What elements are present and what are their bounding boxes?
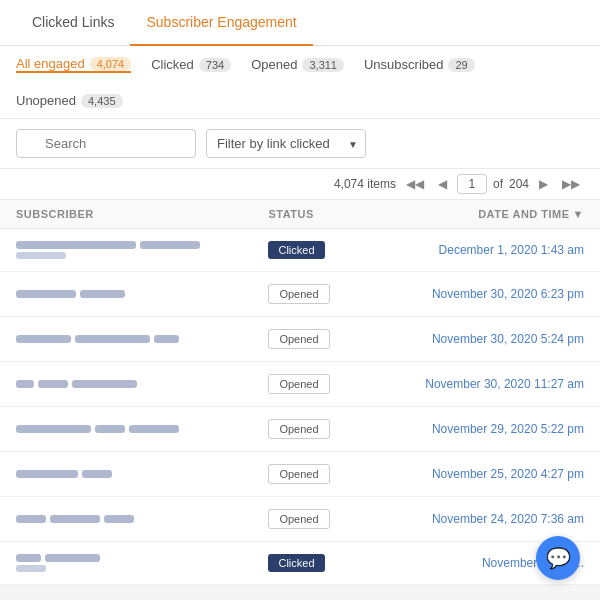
subscriber-name-blur [95,425,125,433]
subscriber-name-blur [16,380,34,388]
col-date-header: DATE AND TIME ▼ [395,208,584,220]
col-subscriber-header: SUBSCRIBER [16,208,268,220]
filter-select[interactable]: Filter by link clicked [206,129,366,158]
subscriber-name-blur [16,241,136,249]
subscriber-name-blur [16,290,76,298]
items-count: 4,074 items [334,177,396,191]
table-row: OpenedNovember 30, 2020 5:24 pm [0,317,600,362]
date-cell: November 29, 2020 5:22 pm [395,422,584,436]
subscriber-cell [16,425,268,433]
stat-unopened[interactable]: Unopened 4,435 [16,93,123,108]
subscriber-name-blur [82,470,112,478]
chat-icon: 💬 [546,546,571,570]
subscriber-cell [16,380,268,388]
status-cell: Opened [268,329,394,349]
date-cell: November 24, 2020 7:36 am [395,512,584,526]
status-cell: Opened [268,419,394,439]
subscriber-cell [16,335,268,343]
status-badge: Opened [268,419,329,439]
tab-subscriber-engagement[interactable]: Subscriber Engagement [130,0,312,46]
subscriber-name-blur [16,425,91,433]
table-row: OpenedNovember 30, 2020 11:27 am [0,362,600,407]
subscriber-name-blur [75,335,150,343]
status-badge: Clicked [268,554,324,572]
stat-unsubscribed[interactable]: Unsubscribed 29 [364,57,475,72]
tab-bar: Clicked Links Subscriber Engagement [0,0,600,46]
stat-opened[interactable]: Opened 3,311 [251,57,344,72]
status-cell: Opened [268,464,394,484]
table-header: SUBSCRIBER STATUS DATE AND TIME ▼ [0,200,600,229]
status-cell: Opened [268,509,394,529]
subscriber-name-blur [16,515,46,523]
subscriber-cell [16,241,268,259]
status-cell: Clicked [268,241,394,259]
status-cell: Opened [268,284,394,304]
search-wrapper: 🔍 [16,129,196,158]
subscriber-name-blur [16,470,78,478]
next-page-button[interactable]: ▶ [535,175,552,193]
subscriber-cell [16,554,268,572]
tab-clicked-links[interactable]: Clicked Links [16,0,130,46]
subscriber-name-blur [140,241,200,249]
table-body: ClickedDecember 1, 2020 1:43 amOpenedNov… [0,229,600,585]
last-page-button[interactable]: ▶▶ [558,175,584,193]
table-row: OpenedNovember 24, 2020 7:36 am [0,497,600,542]
date-cell: November 25, 2020 4:27 pm [395,467,584,481]
stats-bar: All engaged 4,074 Clicked 734 Opened 3,3… [0,46,600,119]
subscriber-email-blur [16,565,46,572]
table-row: OpenedNovember 25, 2020 4:27 pm [0,452,600,497]
subscriber-name-blur [104,515,134,523]
subscriber-name-blur [16,335,71,343]
subscriber-name-blur [154,335,179,343]
status-badge: Opened [268,464,329,484]
status-cell: Opened [268,374,394,394]
status-cell: Clicked [268,554,394,572]
chat-bubble-button[interactable]: 💬 [536,536,580,580]
subscriber-cell [16,515,268,523]
table-row: OpenedNovember 29, 2020 5:22 pm [0,407,600,452]
stat-clicked[interactable]: Clicked 734 [151,57,231,72]
stat-all-engaged[interactable]: All engaged 4,074 [16,56,131,73]
search-input[interactable] [16,129,196,158]
col-status-header: STATUS [268,208,394,220]
date-cell: November 30, 2020 11:27 am [395,377,584,391]
date-cell: December 1, 2020 1:43 am [395,243,584,257]
current-page[interactable]: 1 [457,174,487,194]
date-cell: November 30, 2020 5:24 pm [395,332,584,346]
filter-bar: 🔍 Filter by link clicked ▼ [0,119,600,169]
first-page-button[interactable]: ◀◀ [402,175,428,193]
subscriber-name-blur [45,554,100,562]
subscriber-name-blur [72,380,137,388]
subscriber-email-blur [16,252,66,259]
subscriber-name-blur [38,380,68,388]
prev-page-button[interactable]: ◀ [434,175,451,193]
date-cell: November 30, 2020 6:23 pm [395,287,584,301]
status-badge: Opened [268,509,329,529]
table-row: OpenedNovember 30, 2020 6:23 pm [0,272,600,317]
subscriber-name-blur [129,425,179,433]
status-badge: Opened [268,329,329,349]
subscriber-cell [16,290,268,298]
subscriber-name-blur [16,554,41,562]
table-row: ClickedNovember 23, 20... [0,542,600,585]
sort-icon[interactable]: ▼ [573,208,584,220]
subscriber-cell [16,470,268,478]
subscriber-name-blur [50,515,100,523]
pagination-bar: 4,074 items ◀◀ ◀ 1 of 204 ▶ ▶▶ [0,169,600,200]
total-pages: 204 [509,177,529,191]
status-badge: Opened [268,374,329,394]
status-badge: Clicked [268,241,324,259]
filter-select-wrapper: Filter by link clicked ▼ [206,129,366,158]
subscriber-name-blur [80,290,125,298]
status-badge: Opened [268,284,329,304]
page-separator: of [493,177,503,191]
table-row: ClickedDecember 1, 2020 1:43 am [0,229,600,272]
